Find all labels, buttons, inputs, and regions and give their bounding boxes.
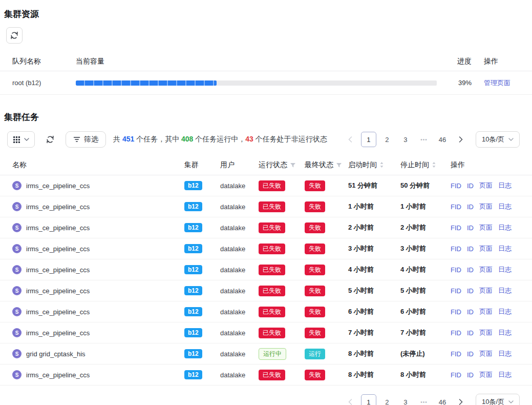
action-log-link[interactable]: 日志 xyxy=(498,349,512,358)
pagination-next[interactable] xyxy=(453,132,469,147)
start-time: 5 小时前 xyxy=(348,286,400,295)
table-row: S irms_ce_pipeline_ccs b12 datalake 已失败 … xyxy=(0,364,532,386)
action-page-link[interactable]: 页面 xyxy=(479,370,493,379)
action-id-link[interactable]: ID xyxy=(467,308,474,316)
pagination-page[interactable]: 1 xyxy=(361,394,376,405)
action-id-link[interactable]: ID xyxy=(467,224,474,232)
pagination-page[interactable]: 46 xyxy=(435,394,450,405)
action-fid-link[interactable]: FID xyxy=(451,371,461,379)
action-page-link[interactable]: 页面 xyxy=(479,202,493,211)
page-size-select[interactable]: 10条/页 xyxy=(476,131,520,148)
progress-percent: 39% xyxy=(449,79,472,87)
user-cell: datalake xyxy=(220,224,259,232)
action-id-link[interactable]: ID xyxy=(467,182,474,190)
filter-button[interactable]: 筛选 xyxy=(66,131,106,148)
run-status-badge: 已失败 xyxy=(259,307,285,317)
cluster-cell: b12 xyxy=(184,265,220,274)
start-time: 2 小时前 xyxy=(348,223,400,232)
refresh-icon xyxy=(46,135,54,144)
action-fid-link[interactable]: FID xyxy=(451,329,461,337)
progress-track xyxy=(76,80,437,86)
running-count: 408 xyxy=(181,135,193,143)
table-row: S irms_ce_pipeline_ccs b12 datalake 已失败 … xyxy=(0,301,532,322)
action-page-link[interactable]: 页面 xyxy=(479,265,493,274)
action-page-link[interactable]: 页面 xyxy=(479,181,493,190)
action-fid-link[interactable]: FID xyxy=(451,266,461,274)
sort-icon[interactable] xyxy=(432,161,436,168)
action-fid-link[interactable]: FID xyxy=(451,203,461,211)
action-id-link[interactable]: ID xyxy=(467,287,474,295)
action-page-link[interactable]: 页面 xyxy=(479,349,493,358)
start-time: 51 分钟前 xyxy=(348,181,400,190)
action-fid-link[interactable]: FID xyxy=(451,224,461,232)
task-name-cell: S grid grid_cptask_his xyxy=(12,349,184,358)
column-settings-button[interactable] xyxy=(7,131,35,148)
task-name-cell: S irms_ce_pipeline_ccs xyxy=(12,286,184,295)
cluster-badge: b12 xyxy=(184,370,202,379)
pagination-ellipsis[interactable]: ••• xyxy=(416,132,432,147)
action-id-link[interactable]: ID xyxy=(467,329,474,337)
action-page-link[interactable]: 页面 xyxy=(479,223,493,232)
cluster-tasks-title: 集群任务 xyxy=(0,111,532,123)
tasks-refresh-button[interactable] xyxy=(42,131,58,148)
stop-time: 8 小时前 xyxy=(400,370,451,379)
resources-refresh-button[interactable] xyxy=(6,27,23,44)
manage-page-link[interactable]: 管理页面 xyxy=(484,79,510,87)
action-log-link[interactable]: 日志 xyxy=(498,370,512,379)
user-cell: datalake xyxy=(220,287,259,295)
action-fid-link[interactable]: FID xyxy=(451,182,461,190)
action-page-link[interactable]: 页面 xyxy=(479,244,493,253)
pagination-next[interactable] xyxy=(453,394,469,405)
page-size-select[interactable]: 10条/页 xyxy=(476,394,520,405)
filter-funnel-icon[interactable] xyxy=(290,162,296,168)
action-log-link[interactable]: 日志 xyxy=(498,286,512,295)
task-name: irms_ce_pipeline_ccs xyxy=(26,371,90,379)
action-id-link[interactable]: ID xyxy=(467,266,474,274)
pagination-prev[interactable] xyxy=(343,394,358,405)
action-id-link[interactable]: ID xyxy=(467,350,474,358)
pagination-ellipsis[interactable]: ••• xyxy=(416,394,432,405)
action-log-link[interactable]: 日志 xyxy=(498,307,512,316)
action-fid-link[interactable]: FID xyxy=(451,308,461,316)
stop-time: 5 小时前 xyxy=(400,286,451,295)
action-page-link[interactable]: 页面 xyxy=(479,328,493,337)
filter-funnel-icon[interactable] xyxy=(336,162,342,168)
action-id-link[interactable]: ID xyxy=(467,203,474,211)
page-size-value: 10条/页 xyxy=(482,397,504,405)
action-page-link[interactable]: 页面 xyxy=(479,307,493,316)
action-fid-link[interactable]: FID xyxy=(451,350,461,358)
pagination-prev[interactable] xyxy=(343,132,358,147)
summary-text: 个任务处于非运行状态 xyxy=(253,135,327,143)
task-name-cell: S irms_ce_pipeline_ccs xyxy=(12,181,184,190)
spark-avatar: S xyxy=(12,286,22,295)
action-log-link[interactable]: 日志 xyxy=(498,181,512,190)
final-status-cell: 失败 xyxy=(305,180,348,191)
action-log-link[interactable]: 日志 xyxy=(498,244,512,253)
row-actions: FID ID 页面 日志 xyxy=(451,286,520,295)
progress-fill xyxy=(76,80,217,86)
action-log-link[interactable]: 日志 xyxy=(498,328,512,337)
pagination-page[interactable]: 2 xyxy=(379,394,395,405)
action-log-link[interactable]: 日志 xyxy=(498,265,512,274)
action-id-link[interactable]: ID xyxy=(467,245,474,253)
action-fid-link[interactable]: FID xyxy=(451,287,461,295)
table-row: S irms_ce_pipeline_ccs b12 datalake 已失败 … xyxy=(0,259,532,280)
tasks-summary: 共 451 个任务，其中 408 个任务运行中，43 个任务处于非运行状态 xyxy=(113,135,327,144)
action-log-link[interactable]: 日志 xyxy=(498,223,512,232)
pagination-page[interactable]: 46 xyxy=(435,132,450,147)
pagination-page[interactable]: 3 xyxy=(398,132,413,147)
spark-avatar: S xyxy=(12,223,22,232)
action-page-link[interactable]: 页面 xyxy=(479,286,493,295)
chevron-down-icon xyxy=(508,138,514,141)
task-name: irms_ce_pipeline_ccs xyxy=(26,287,90,295)
resources-table: 队列名称 当前容量 进度 操作 root (b12) 39% 管理页面 xyxy=(0,52,532,95)
cluster-badge: b12 xyxy=(184,181,202,190)
action-log-link[interactable]: 日志 xyxy=(498,202,512,211)
pagination-page[interactable]: 2 xyxy=(379,132,395,147)
action-id-link[interactable]: ID xyxy=(467,371,474,379)
pagination-page[interactable]: 3 xyxy=(398,394,413,405)
summary-text: 个任务，其中 xyxy=(134,135,181,143)
action-fid-link[interactable]: FID xyxy=(451,245,461,253)
pagination-page[interactable]: 1 xyxy=(361,132,376,147)
sort-icon[interactable] xyxy=(379,161,384,168)
